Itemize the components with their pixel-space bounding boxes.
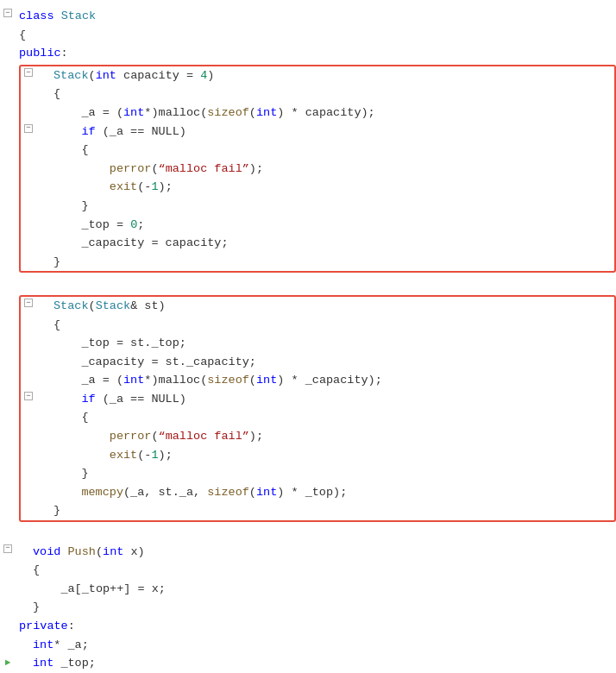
line-blank-2 <box>0 524 616 543</box>
line-30: { <box>0 561 616 580</box>
line-16: − Stack(Stack& st) <box>21 297 614 316</box>
line-22: { <box>21 408 614 427</box>
line-29: − void Push(int x) <box>0 543 616 562</box>
line-5: { <box>21 85 614 104</box>
line-17: { <box>21 316 614 335</box>
fold-col-1[interactable]: − <box>0 7 16 17</box>
line-23: perror(“malloc fail”); <box>21 427 614 446</box>
line-1: − class Stack <box>0 7 616 26</box>
line-12: _top = 0; <box>21 216 614 235</box>
line-24: exit(-1); <box>21 446 614 465</box>
line-35: ► int _top; <box>0 654 616 673</box>
line-26: memcpy(_a, st._a, sizeof(int) * _top); <box>21 483 614 502</box>
line-11: } <box>21 197 614 216</box>
line-21: − if (_a == NULL) <box>21 390 614 409</box>
line-2: { <box>0 26 616 45</box>
code-text-1: class Stack <box>16 7 616 26</box>
line-3: public: <box>0 44 616 63</box>
line-25: } <box>21 464 614 483</box>
line-27: } <box>21 501 614 520</box>
line-33: private: <box>0 617 616 636</box>
line-32: } <box>0 598 616 617</box>
copy-constructor-box: − Stack(Stack& st) { _top = st._top; _ca… <box>19 295 616 522</box>
line-31: _a[_top++] = x; <box>0 580 616 599</box>
line-18: _top = st._top; <box>21 334 614 353</box>
line-13: _capacity = capacity; <box>21 234 614 253</box>
fold-btn-1[interactable]: − <box>3 9 12 17</box>
line-20: _a = (int*)malloc(sizeof(int) * _capacit… <box>21 371 614 390</box>
line-9: perror(“malloc fail”); <box>21 160 614 179</box>
line-10: exit(-1); <box>21 178 614 197</box>
line-19: _capacity = st._capacity; <box>21 353 614 372</box>
line-8: { <box>21 141 614 160</box>
line-7: − if (_a == NULL) <box>21 123 614 142</box>
code-container: − class Stack { public: − Stack(int capa… <box>0 0 616 673</box>
line-6: _a = (int*)malloc(sizeof(int) * capacity… <box>21 104 614 123</box>
line-14: } <box>21 253 614 272</box>
line-4: − Stack(int capacity = 4) <box>21 66 614 85</box>
line-34: int* _a; <box>0 636 616 655</box>
line-blank-1 <box>0 274 616 293</box>
constructor-box: − Stack(int capacity = 4) { _a = (int*)m… <box>19 65 616 274</box>
